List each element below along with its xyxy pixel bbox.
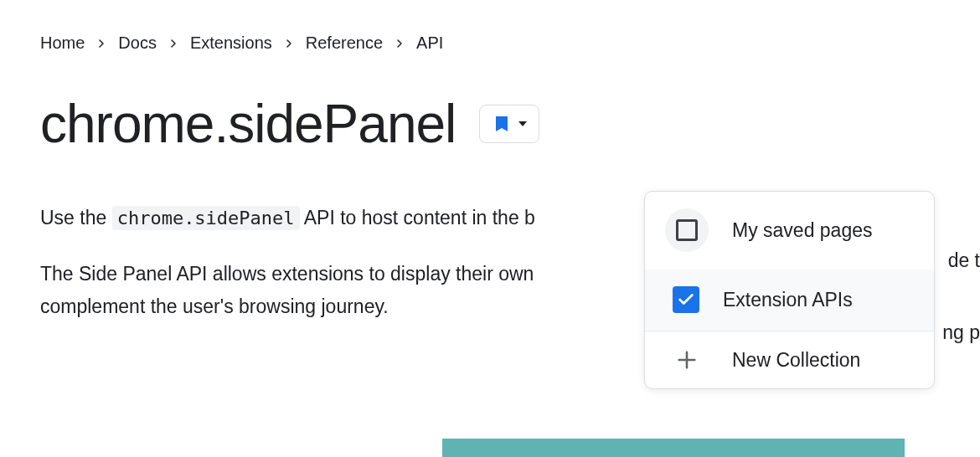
page-title: chrome.sidePanel bbox=[40, 93, 456, 155]
decorative-strip bbox=[442, 439, 905, 457]
cutoff-text: ng p bbox=[942, 321, 980, 344]
intro-code: chrome.sidePanel bbox=[112, 206, 300, 230]
chevron-right-icon bbox=[284, 39, 294, 49]
new-collection-label: New Collection bbox=[732, 349, 860, 372]
plus-icon bbox=[665, 348, 709, 372]
collection-label: Extension APIs bbox=[723, 289, 853, 311]
caret-down-icon bbox=[518, 121, 527, 126]
breadcrumb-reference[interactable]: Reference bbox=[306, 33, 383, 53]
new-collection-button[interactable]: New Collection bbox=[645, 331, 934, 388]
collection-my-saved-pages[interactable]: My saved pages bbox=[645, 192, 934, 270]
collection-extension-apis[interactable]: Extension APIs bbox=[645, 270, 934, 331]
description-line1: The Side Panel API allows extensions to … bbox=[40, 263, 534, 285]
intro-prefix: Use the bbox=[40, 207, 112, 228]
bookmark-icon bbox=[492, 114, 512, 134]
breadcrumb-extensions[interactable]: Extensions bbox=[190, 33, 272, 53]
checkbox-checked-icon bbox=[673, 286, 699, 313]
chevron-right-icon bbox=[96, 39, 106, 49]
description-line2: complement the user's browsing journey. bbox=[40, 295, 389, 317]
collection-label: My saved pages bbox=[732, 219, 872, 242]
cutoff-text: de t bbox=[948, 249, 980, 272]
bookmark-button[interactable] bbox=[479, 105, 539, 143]
bookmark-dropdown: My saved pages Extension APIs New Collec… bbox=[644, 191, 935, 389]
checkbox-unchecked-icon bbox=[665, 208, 709, 252]
breadcrumb: Home Docs Extensions Reference API bbox=[40, 33, 940, 53]
breadcrumb-home[interactable]: Home bbox=[40, 33, 85, 53]
chevron-right-icon bbox=[168, 39, 178, 49]
breadcrumb-api[interactable]: API bbox=[416, 33, 443, 53]
breadcrumb-docs[interactable]: Docs bbox=[118, 33, 157, 53]
title-row: chrome.sidePanel bbox=[40, 93, 940, 155]
intro-suffix: API to host content in the b bbox=[300, 207, 535, 228]
chevron-right-icon bbox=[395, 39, 405, 49]
